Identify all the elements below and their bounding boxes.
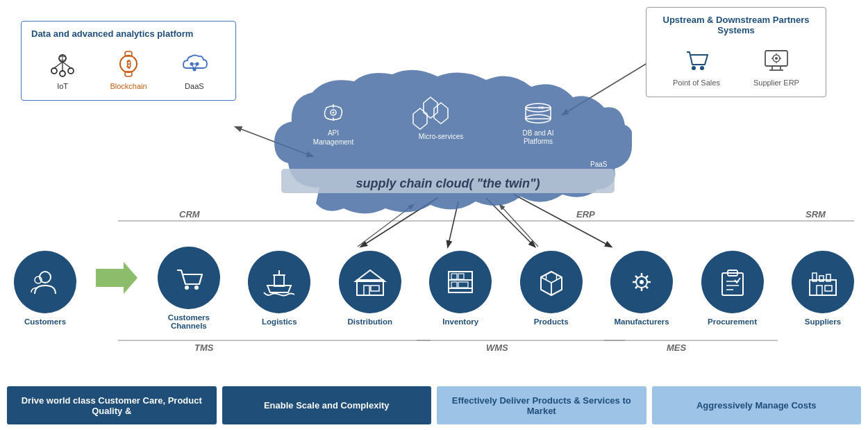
blockchain-label: Blockchain: [110, 82, 147, 90]
manufacturers-circle: [610, 251, 673, 313]
upstream-box: Upstream & Downstream Partners Systems P…: [646, 7, 826, 97]
svg-rect-82: [371, 286, 379, 291]
customers-icon: [28, 265, 62, 299]
banner-4-text: Aggressively Manage Costs: [696, 400, 817, 411]
products-item: Products: [520, 251, 583, 326]
customers-item: Customers: [14, 251, 76, 326]
suppliers-label: Suppliers: [805, 317, 841, 326]
svg-text:API: API: [328, 129, 339, 137]
distribution-icon: [353, 265, 387, 299]
distribution-circle: [339, 251, 401, 313]
supplier-erp-icon-item: Supplier ERP: [753, 45, 799, 87]
svg-point-76: [194, 286, 199, 290]
pos-icon: [681, 45, 712, 76]
green-arrow-svg: [96, 261, 137, 295]
svg-rect-89: [458, 282, 468, 288]
svg-line-102: [646, 286, 648, 288]
distribution-label: Distribution: [347, 317, 392, 326]
svg-text:SRM: SRM: [806, 209, 826, 220]
customers-circle: [14, 251, 76, 313]
distribution-item: Distribution: [339, 251, 401, 326]
banner-3-text: Effectively Deliver Products & Services …: [446, 395, 637, 416]
daas-label: DaaS: [185, 82, 204, 90]
procurement-label: Procurement: [708, 317, 757, 326]
svg-point-68: [541, 106, 544, 109]
green-arrows: [96, 261, 137, 295]
svg-text:Platforms: Platforms: [524, 138, 553, 145]
svg-rect-87: [458, 274, 464, 279]
inventory-circle: [429, 251, 492, 313]
svg-rect-77: [274, 275, 284, 286]
iot-icon-item: IoT: [47, 49, 78, 90]
svg-point-40: [700, 66, 704, 70]
suppliers-icon: [806, 265, 840, 299]
svg-marker-74: [96, 262, 137, 294]
procurement-circle: [701, 251, 764, 313]
products-circle: [520, 251, 583, 313]
svg-text:DB and AI: DB and AI: [522, 129, 553, 137]
svg-line-103: [646, 276, 648, 278]
customers-label: Customers: [24, 317, 66, 326]
manufacturers-icon: [624, 265, 659, 299]
svg-point-96: [640, 280, 644, 284]
svg-line-104: [635, 286, 637, 288]
customers-channels-icon: [172, 261, 206, 295]
logistics-label: Logistics: [262, 317, 297, 326]
inventory-label: Inventory: [442, 317, 478, 326]
banner-4: Aggressively Manage Costs: [652, 386, 862, 424]
daas-icon-item: DaaS: [179, 49, 210, 90]
svg-text:Micro-services: Micro-services: [419, 133, 463, 140]
supplier-erp-icon: [761, 45, 792, 76]
svg-rect-88: [451, 282, 457, 288]
iot-label: IoT: [57, 82, 68, 90]
logistics-circle: [248, 251, 310, 313]
inventory-item: Inventory: [429, 251, 492, 326]
svg-text:₿: ₿: [126, 58, 131, 69]
svg-text:PaaS: PaaS: [590, 160, 608, 168]
svg-point-69: [538, 106, 541, 109]
daas-icon: [179, 49, 210, 79]
cloud-area: supply chain cloud( "the twin") PaaS API…: [264, 66, 632, 212]
customers-channels-label: Customers Channels: [168, 313, 210, 330]
procurement-icon: [715, 265, 750, 299]
svg-rect-81: [364, 286, 369, 295]
suppliers-item: Suppliers: [792, 251, 854, 326]
svg-rect-115: [825, 286, 832, 291]
inventory-icon: [443, 265, 478, 299]
svg-point-21: [51, 68, 57, 74]
svg-point-23: [60, 71, 65, 76]
products-icon: [534, 265, 569, 299]
manufacturers-item: Manufacturers: [610, 251, 673, 326]
analytics-box: Data and advanced analytics platform IoT: [21, 21, 236, 101]
upstream-box-title: Upstream & Downstream Partners Systems: [656, 15, 816, 35]
svg-text:supply chain cloud( "the twin": supply chain cloud( "the twin"): [356, 176, 540, 190]
blockchain-icon: ₿: [113, 49, 144, 79]
svg-point-75: [185, 286, 189, 290]
procurement-item: Procurement: [701, 251, 764, 326]
banner-2: Enable Scale and Complexity: [222, 386, 432, 424]
svg-text:Management: Management: [313, 138, 354, 146]
pos-icon-item: Point of Sales: [673, 45, 720, 87]
svg-text:MES: MES: [667, 342, 687, 353]
svg-rect-114: [817, 286, 822, 295]
svg-text:TMS: TMS: [194, 342, 214, 353]
products-label: Products: [534, 317, 569, 326]
cloud-svg: supply chain cloud( "the twin") PaaS API…: [264, 66, 632, 215]
manufacturers-label: Manufacturers: [614, 317, 669, 326]
svg-point-56: [333, 112, 335, 114]
main-container: CRM ERP SRM TMS WMS MES: [0, 0, 868, 430]
iot-icon: [47, 49, 78, 79]
blockchain-icon-item: ₿ Blockchain: [110, 49, 147, 90]
upstream-icons: Point of Sales Supplier ERP: [656, 45, 816, 87]
analytics-icons: IoT ₿ Blockchain: [31, 49, 226, 90]
svg-line-25: [62, 62, 71, 68]
svg-point-39: [692, 66, 696, 70]
svg-text:CRM: CRM: [179, 209, 201, 220]
banner-1-text: Drive world class Customer Care, Product…: [17, 395, 207, 416]
svg-line-24: [54, 62, 62, 68]
pos-label: Point of Sales: [673, 78, 720, 87]
banner-3: Effectively Deliver Products & Services …: [437, 386, 646, 424]
analytics-box-title: Data and advanced analytics platform: [31, 28, 226, 39]
svg-point-22: [68, 68, 74, 74]
supplier-erp-label: Supplier ERP: [753, 78, 799, 87]
